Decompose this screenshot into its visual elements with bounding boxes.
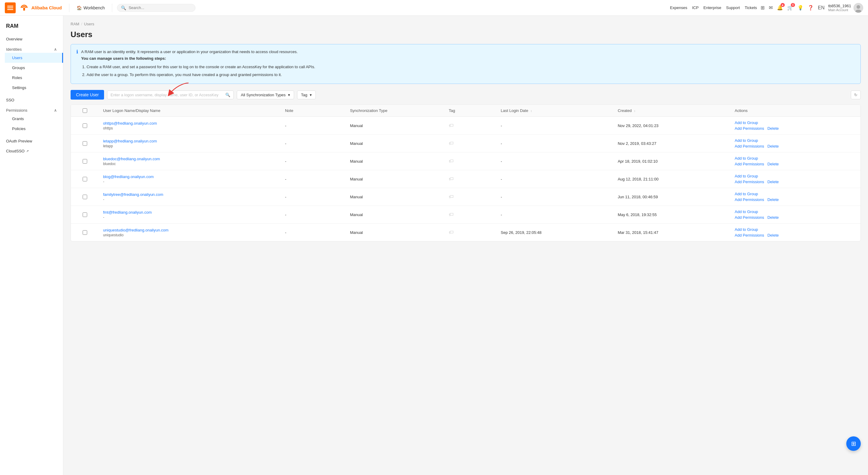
global-search-bar[interactable]: 🔍 (117, 4, 195, 12)
user-search-btn[interactable]: 🔍 (225, 93, 230, 97)
row-name-cell: familytree@fredliang.onaliyun.com - (99, 188, 281, 206)
cart-icon-btn[interactable]: 🛒 4 (787, 5, 793, 10)
row-actions-cell: Add to Group Add Permissions Delete (731, 206, 861, 224)
sidebar-section-permissions[interactable]: Permissions ∧ (0, 105, 63, 114)
users-tbody: ohttps@fredliang.onaliyun.com ohttps - M… (71, 117, 861, 241)
add-permissions-link[interactable]: Add Permissions (735, 162, 764, 166)
delete-user-link[interactable]: Delete (767, 126, 779, 131)
user-email-link[interactable]: uniquestudio@fredliang.onaliyun.com (103, 228, 277, 232)
add-to-group-link[interactable]: Add to Group (735, 227, 758, 232)
sidebar-item-settings[interactable]: Settings (5, 83, 63, 93)
col-actions-label: Actions (735, 108, 748, 113)
bell-icon-btn[interactable]: 🔔 ● (777, 5, 783, 10)
user-email-link[interactable]: letapp@fredliang.onaliyun.com (103, 139, 277, 143)
add-permissions-link[interactable]: Add Permissions (735, 126, 764, 131)
tag-icon: 🏷 (449, 194, 454, 199)
add-permissions-link[interactable]: Add Permissions (735, 233, 764, 237)
user-name: tb8536_1961 (828, 4, 851, 8)
delete-user-link[interactable]: Delete (767, 197, 779, 202)
sidebar-item-users[interactable]: Users (5, 53, 63, 63)
col-created-label: Created (618, 108, 631, 113)
add-to-group-link[interactable]: Add to Group (735, 120, 758, 125)
search-input[interactable] (128, 5, 189, 10)
delete-user-link[interactable]: Delete (767, 162, 779, 166)
row-checkbox-6[interactable] (83, 230, 87, 235)
table-row: bluedoc@fredliang.onaliyun.com bluedoc -… (71, 152, 861, 170)
users-table: User Logon Name/Display Name Note Synchr… (71, 105, 861, 241)
user-email-link[interactable]: familytree@fredliang.onaliyun.com (103, 192, 277, 197)
row-checkbox-4[interactable] (83, 195, 87, 199)
user-search-input[interactable] (111, 93, 223, 97)
sidebar-item-cloudsso-label: CloudSSO (6, 149, 25, 153)
tag-filter[interactable]: Tag ▾ (297, 91, 316, 99)
sidebar-section-identities[interactable]: Identities ∧ (0, 44, 63, 53)
row-checkbox-0[interactable] (83, 123, 87, 128)
sidebar-item-overview[interactable]: Overview (0, 34, 63, 44)
lightbulb-icon-btn[interactable]: 💡 (798, 5, 803, 10)
delete-user-link[interactable]: Delete (767, 144, 779, 148)
create-user-button[interactable]: Create User (70, 90, 104, 99)
delete-user-link[interactable]: Delete (767, 233, 779, 237)
language-btn[interactable]: EN (818, 5, 825, 10)
table-row: uniquestudio@fredliang.onaliyun.com uniq… (71, 224, 861, 241)
col-header-actions: Actions (731, 105, 861, 117)
row-actions-cell: Add to Group Add Permissions Delete (731, 224, 861, 241)
sidebar-item-oauth[interactable]: OAuth Preview (0, 136, 63, 146)
nav-support[interactable]: Support (726, 5, 740, 10)
sidebar-item-sso[interactable]: SSO (0, 95, 63, 105)
tag-icon: 🏷 (449, 176, 454, 181)
sync-type-filter[interactable]: All Synchronization Types ▾ (237, 91, 294, 99)
sidebar-item-groups-label: Groups (12, 65, 25, 70)
sort-login-icon[interactable]: ↕ (530, 109, 532, 113)
sidebar-item-policies[interactable]: Policies (5, 124, 63, 134)
row-note-cell: - (281, 170, 346, 188)
nav-icp[interactable]: ICP (692, 5, 699, 10)
add-to-group-link[interactable]: Add to Group (735, 209, 758, 214)
user-display-name: - (103, 197, 277, 202)
sort-created-icon[interactable]: ↕ (634, 109, 636, 113)
sidebar-item-grants[interactable]: Grants (5, 114, 63, 124)
mail-icon-btn[interactable]: ✉ (769, 5, 773, 10)
nav-expenses[interactable]: Expenses (670, 5, 687, 10)
add-permissions-link[interactable]: Add Permissions (735, 215, 764, 220)
add-permissions-link[interactable]: Add Permissions (735, 144, 764, 148)
add-to-group-link[interactable]: Add to Group (735, 191, 758, 196)
row-checkbox-2[interactable] (83, 159, 87, 164)
row-tag-cell: 🏷 (444, 152, 496, 170)
workbench-link[interactable]: 🏠 Workbench (74, 4, 107, 11)
delete-user-link[interactable]: Delete (767, 180, 779, 184)
user-search-bar[interactable]: 🔍 (107, 91, 234, 99)
fab-button[interactable]: ⊞ (846, 436, 861, 451)
breadcrumb-ram[interactable]: RAM (70, 22, 79, 26)
add-permissions-link[interactable]: Add Permissions (735, 180, 764, 184)
sidebar-item-roles[interactable]: Roles (5, 73, 63, 83)
add-to-group-link[interactable]: Add to Group (735, 174, 758, 178)
refresh-button[interactable]: ↻ (851, 91, 861, 99)
avatar[interactable] (854, 3, 863, 13)
sidebar-item-groups[interactable]: Groups (5, 63, 63, 73)
user-email-link[interactable]: bluedoc@fredliang.onaliyun.com (103, 157, 277, 161)
nav-divider-2 (112, 4, 112, 12)
add-to-group-link[interactable]: Add to Group (735, 138, 758, 143)
menu-toggle-button[interactable] (5, 2, 16, 13)
add-to-group-link[interactable]: Add to Group (735, 156, 758, 160)
logo-text: Alibaba Cloud (31, 5, 62, 10)
nav-tickets[interactable]: Tickets (745, 5, 757, 10)
col-header-checkbox[interactable] (71, 105, 99, 117)
search-icon: 🔍 (225, 93, 230, 97)
row-checkbox-3[interactable] (83, 177, 87, 181)
help-icon-btn[interactable]: ❓ (808, 5, 814, 10)
select-all-checkbox[interactable] (83, 108, 87, 113)
user-email-link[interactable]: fmt@fredliang.onaliyun.com (103, 210, 277, 214)
user-email-link[interactable]: blog@fredliang.onaliyun.com (103, 174, 277, 179)
row-checkbox-1[interactable] (83, 141, 87, 146)
row-checkbox-5[interactable] (83, 212, 87, 217)
user-email-link[interactable]: ohttps@fredliang.onaliyun.com (103, 121, 277, 125)
nav-enterprise[interactable]: Enterprise (703, 5, 721, 10)
add-permissions-link[interactable]: Add Permissions (735, 197, 764, 202)
console-icon-btn[interactable]: ⊞ (761, 5, 765, 10)
delete-user-link[interactable]: Delete (767, 215, 779, 220)
user-area[interactable]: tb8536_1961 Main Account (828, 3, 863, 13)
sidebar-item-cloudsso[interactable]: CloudSSO ↗ (0, 146, 63, 156)
sidebar-identities-sub: Users Groups Roles Settings (0, 53, 63, 93)
